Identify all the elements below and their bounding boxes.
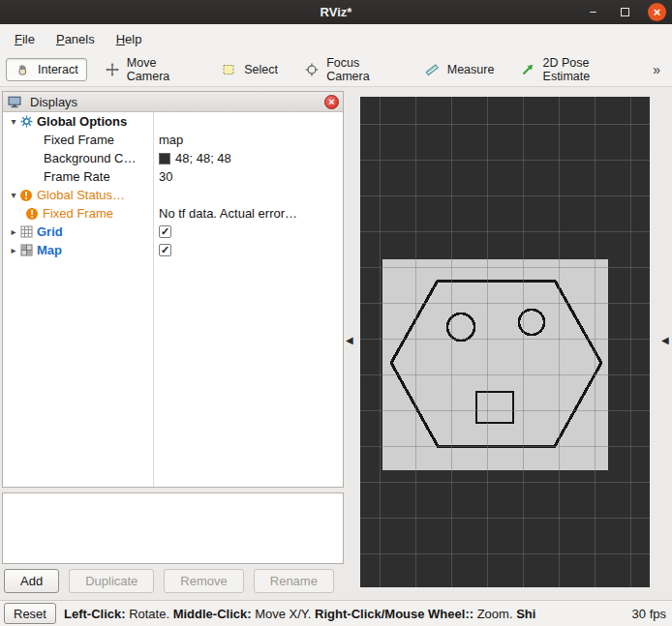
tree-row-global-status[interactable]: Global Status… (3, 186, 343, 204)
add-button[interactable]: Add (4, 569, 59, 593)
reset-button[interactable]: Reset (4, 603, 56, 624)
expander-open-icon[interactable] (9, 190, 18, 200)
row-label: Grid (37, 224, 63, 239)
menu-panels[interactable]: Panels (46, 28, 106, 50)
tool-move-camera[interactable]: Move Camera (97, 51, 203, 88)
property-description-panel (2, 492, 344, 564)
fps-counter: 30 fps (632, 607, 666, 621)
tree-row-frame-rate[interactable]: Frame Rate 30 (3, 167, 343, 186)
window-title: RViz* (0, 5, 672, 19)
tool-label: Select (244, 63, 278, 76)
select-icon (221, 63, 236, 76)
tree-row-fixed-frame-error[interactable]: Fixed Frame No tf data. Actual error… (3, 204, 343, 223)
mouse-help-text: Left-Click: Rotate. Middle-Click: Move X… (64, 607, 535, 621)
row-value (159, 241, 171, 259)
tree-row-map[interactable]: Map (3, 241, 343, 259)
move-camera-icon (106, 63, 119, 76)
map-enabled-checkbox[interactable] (159, 244, 171, 256)
window-controls (584, 0, 666, 24)
warning-icon (24, 207, 40, 221)
statusbar: Reset Left-Click: Rotate. Middle-Click: … (0, 600, 672, 626)
row-value[interactable]: 48; 48; 48 (159, 149, 231, 167)
color-swatch (159, 153, 170, 164)
displays-panel-header: Displays (3, 92, 343, 112)
row-label: Fixed Frame (44, 133, 114, 147)
pose-arrow-icon (521, 63, 535, 76)
expander-closed-icon[interactable] (9, 226, 18, 237)
row-label: Global Status… (37, 188, 125, 202)
tree-row-grid[interactable]: Grid (3, 223, 343, 241)
displays-panel: Displays Global Options Fixed Frame map (2, 91, 344, 488)
rename-button[interactable]: Rename (254, 569, 334, 593)
row-value[interactable]: map (159, 131, 183, 149)
toolbar: Interact Move Camera Select Focus Camera… (0, 53, 672, 87)
row-label: Background C… (44, 151, 136, 165)
tool-measure[interactable]: Measure (415, 58, 504, 81)
measure-icon (424, 63, 440, 76)
global-options-icon (18, 115, 34, 128)
row-value (159, 223, 171, 241)
grid-icon (18, 225, 34, 238)
displays-button-row: Add Duplicate Remove Rename (4, 569, 334, 593)
menu-help[interactable]: Help (106, 28, 153, 50)
grid-lines (360, 97, 650, 587)
main-area: Displays Global Options Fixed Frame map (0, 87, 672, 600)
toolbar-overflow-icon[interactable] (647, 60, 666, 79)
row-label: Global Options (37, 114, 127, 129)
menubar: File Panels Help (0, 24, 672, 53)
panel-title: Displays (30, 95, 320, 109)
tool-label: Move Camera (127, 56, 194, 83)
splitter-collapse-right-icon[interactable] (661, 335, 669, 345)
focus-camera-icon (305, 63, 319, 76)
row-label: Fixed Frame (43, 206, 113, 221)
grid-enabled-checkbox[interactable] (159, 225, 171, 238)
monitor-icon (7, 96, 22, 108)
tool-label: Interact (38, 63, 78, 76)
tool-label: Measure (447, 63, 495, 76)
panel-close-icon[interactable] (324, 95, 339, 109)
row-label: Frame Rate (44, 169, 110, 184)
interact-hand-icon (15, 63, 30, 76)
tree-row-background-color[interactable]: Background C… 48; 48; 48 (3, 149, 343, 167)
render-viewport[interactable] (360, 97, 650, 587)
maximize-button[interactable] (616, 3, 634, 21)
warning-icon (18, 189, 34, 202)
tool-label: 2D Pose Estimate (543, 56, 629, 83)
row-value: No tf data. Actual error… (159, 204, 297, 223)
rviz-window: RViz* File Panels Help Interact Move Cam… (0, 0, 672, 626)
tree-row-global-options[interactable]: Global Options (3, 112, 343, 131)
close-button[interactable] (648, 3, 666, 21)
tree-row-fixed-frame[interactable]: Fixed Frame map (3, 131, 343, 149)
maximize-icon (621, 8, 629, 16)
displays-tree: Global Options Fixed Frame map Backgroun… (3, 112, 343, 487)
remove-button[interactable]: Remove (164, 569, 243, 593)
tool-2d-pose-estimate[interactable]: 2D Pose Estimate (512, 51, 637, 88)
duplicate-button[interactable]: Duplicate (69, 569, 154, 593)
map-icon (18, 244, 34, 256)
row-value[interactable]: 30 (159, 167, 172, 186)
tool-select[interactable]: Select (212, 58, 287, 81)
expander-open-icon[interactable] (9, 116, 18, 127)
tool-interact[interactable]: Interact (6, 58, 87, 81)
menu-file[interactable]: File (4, 28, 46, 50)
tool-focus-camera[interactable]: Focus Camera (296, 51, 406, 88)
expander-closed-icon[interactable] (9, 245, 18, 255)
minimize-button[interactable] (584, 3, 602, 21)
splitter-collapse-left-icon[interactable] (346, 335, 353, 345)
tool-label: Focus Camera (326, 56, 397, 83)
row-label: Map (37, 243, 62, 257)
titlebar: RViz* (0, 0, 672, 24)
